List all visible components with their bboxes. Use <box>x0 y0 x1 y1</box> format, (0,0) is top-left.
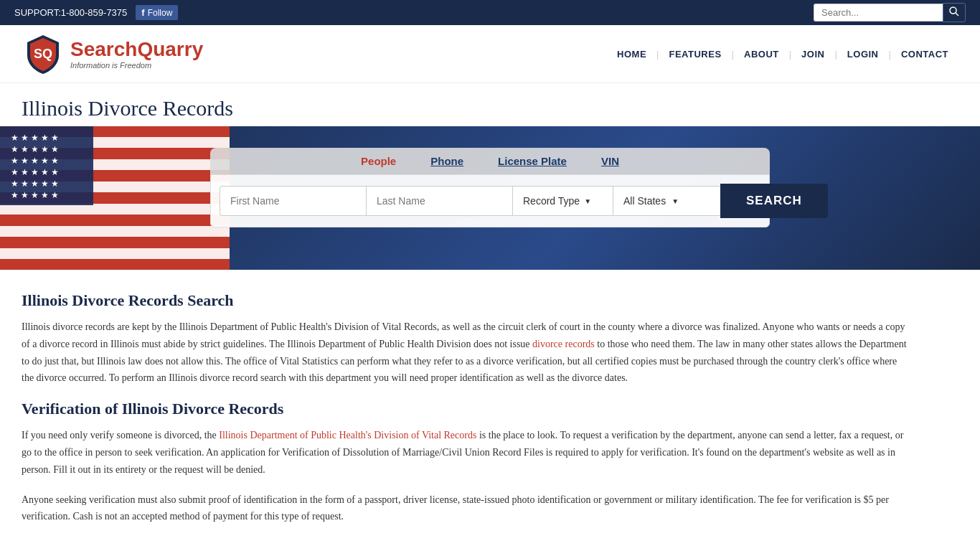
search-button[interactable]: SEARCH <box>720 184 828 218</box>
nav-about[interactable]: ABOUT <box>734 49 789 60</box>
tab-phone[interactable]: Phone <box>413 148 481 174</box>
section1-paragraph: Illinois divorce records are kept by the… <box>22 319 911 387</box>
header: SQ SearchQuarry Information is Freedom H… <box>0 25 980 83</box>
top-bar-left: SUPPORT:1-800-859-7375 f Follow <box>14 5 178 20</box>
top-search-input[interactable] <box>814 4 943 22</box>
divorce-records-link[interactable]: divorce records <box>532 339 595 349</box>
record-type-arrow-icon: ▼ <box>584 197 591 205</box>
last-name-input[interactable] <box>366 186 512 216</box>
svg-rect-9 <box>0 248 230 259</box>
nav-home[interactable]: HOME <box>607 49 656 60</box>
section1-title: Illinois Divorce Records Search <box>22 291 911 310</box>
section2-title: Verification of Illinois Divorce Records <box>22 400 911 418</box>
svg-text:SQ: SQ <box>34 47 52 61</box>
page-title: Illinois Divorce Records <box>22 96 958 121</box>
fb-follow-button[interactable]: f Follow <box>136 5 178 20</box>
svg-line-1 <box>956 13 958 16</box>
section2-paragraph2: Anyone seeking verification must also su… <box>22 491 911 526</box>
logo-area: SQ SearchQuarry Information is Freedom <box>22 32 203 75</box>
state-dropdown[interactable]: All States ▼ <box>613 186 720 216</box>
hero-banner: ★ ★ ★ ★ ★ ★ ★ ★ ★ ★ ★ ★ ★ ★ ★ ★ ★ ★ ★ ★ … <box>0 126 980 270</box>
fb-follow-label: Follow <box>148 8 173 18</box>
state-label: All States <box>623 195 666 207</box>
svg-rect-7 <box>0 204 230 215</box>
support-text: SUPPORT:1-800-859-7375 <box>14 7 127 18</box>
nav-login[interactable]: LOGIN <box>837 49 889 60</box>
top-search-button[interactable] <box>943 3 966 22</box>
svg-text:★ ★ ★ ★ ★: ★ ★ ★ ★ ★ <box>11 167 59 177</box>
tab-license-plate[interactable]: License Plate <box>481 148 584 174</box>
search-tabs: People Phone License Plate VIN <box>210 148 770 174</box>
state-arrow-icon: ▼ <box>672 197 679 205</box>
nav-features[interactable]: FEATURES <box>659 49 732 60</box>
record-type-label: Record Type <box>523 195 580 207</box>
flag-svg: ★ ★ ★ ★ ★ ★ ★ ★ ★ ★ ★ ★ ★ ★ ★ ★ ★ ★ ★ ★ … <box>0 126 230 270</box>
flag-overlay: ★ ★ ★ ★ ★ ★ ★ ★ ★ ★ ★ ★ ★ ★ ★ ★ ★ ★ ★ ★ … <box>0 126 230 270</box>
top-search-bar <box>814 3 966 22</box>
svg-rect-8 <box>0 226 230 237</box>
nav-join[interactable]: JOIN <box>791 49 834 60</box>
logo-tagline: Information is Freedom <box>70 61 203 70</box>
section2-paragraph1: If you need only verify someone is divor… <box>22 427 911 478</box>
svg-text:★ ★ ★ ★ ★: ★ ★ ★ ★ ★ <box>11 190 59 200</box>
svg-text:★ ★ ★ ★ ★: ★ ★ ★ ★ ★ <box>11 179 59 189</box>
nav-contact[interactable]: CONTACT <box>891 49 958 60</box>
first-name-input[interactable] <box>220 186 366 216</box>
main-content: Illinois Divorce Records Search Illinois… <box>0 270 933 551</box>
record-type-dropdown[interactable]: Record Type ▼ <box>512 186 613 216</box>
page-title-area: Illinois Divorce Records <box>0 83 980 126</box>
search-container: People Phone License Plate VIN Record Ty… <box>210 148 770 227</box>
search-icon <box>949 6 959 17</box>
tab-people[interactable]: People <box>344 148 413 174</box>
svg-text:★ ★ ★ ★ ★: ★ ★ ★ ★ ★ <box>11 133 59 143</box>
svg-text:★ ★ ★ ★ ★: ★ ★ ★ ★ ★ <box>11 156 59 166</box>
logo-shield-icon: SQ <box>22 32 65 75</box>
svg-point-0 <box>950 7 956 14</box>
fb-icon: f <box>141 7 144 18</box>
main-nav: HOME | FEATURES | ABOUT | JOIN | LOGIN |… <box>607 49 958 60</box>
svg-text:★ ★ ★ ★ ★: ★ ★ ★ ★ ★ <box>11 144 59 154</box>
logo-text: SearchQuarry <box>70 38 203 61</box>
top-bar: SUPPORT:1-800-859-7375 f Follow <box>0 0 980 25</box>
tab-vin[interactable]: VIN <box>584 148 636 174</box>
vital-records-link[interactable]: Illinois Department of Public Health's D… <box>219 430 476 441</box>
search-form-row: Record Type ▼ All States ▼ SEARCH <box>210 174 770 227</box>
